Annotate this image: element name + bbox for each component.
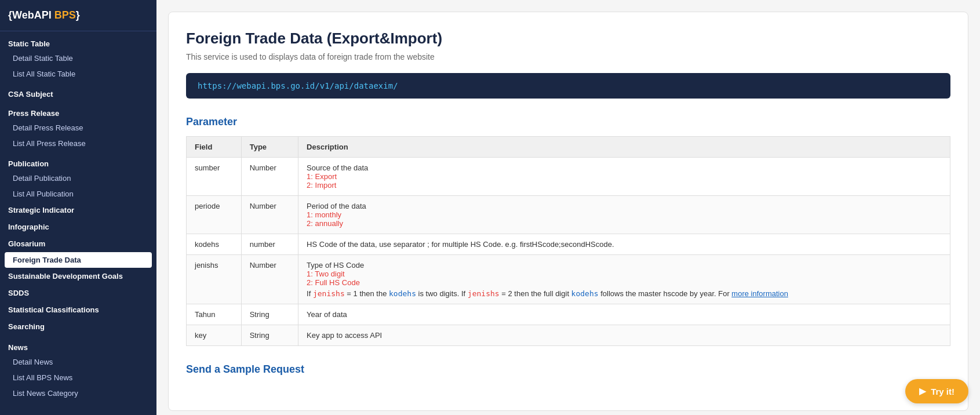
- sidebar-section-csa-subject: CSA Subject: [0, 84, 156, 101]
- try-it-label: Try it!: [931, 387, 955, 396]
- table-row: jenishs Number Type of HS Code 1: Two di…: [187, 255, 950, 304]
- api-url-text: https://webapi.bps.go.id/v1/api/dataexim…: [198, 81, 398, 90]
- sidebar-item-statistical-classifications[interactable]: Statistical Classifications: [0, 301, 156, 318]
- field-kodehs: kodehs: [187, 234, 242, 255]
- page-title: Foreign Trade Data (Export&Import): [186, 30, 950, 48]
- type-sumber: Number: [241, 158, 298, 196]
- sidebar-item-infographic[interactable]: Infographic: [0, 219, 156, 235]
- sidebar-item-detail-publication[interactable]: Detail Publication: [0, 170, 156, 186]
- parameter-table: Field Type Description sumber Number Sou…: [186, 136, 950, 346]
- table-row: sumber Number Source of the data 1: Expo…: [187, 158, 950, 196]
- sidebar-item-foreign-trade-data[interactable]: Foreign Trade Data: [5, 252, 152, 268]
- api-url-box[interactable]: https://webapi.bps.go.id/v1/api/dataexim…: [186, 73, 950, 99]
- sidebar-item-list-publication[interactable]: List All Publication: [0, 186, 156, 202]
- type-jenishs: Number: [241, 255, 298, 304]
- sidebar-logo[interactable]: {WebAPI BPS}: [0, 0, 156, 31]
- content-area: Foreign Trade Data (Export&Import) This …: [168, 12, 968, 411]
- table-row: kodehs number HS Code of the data, use s…: [187, 234, 950, 255]
- sidebar-item-sdds[interactable]: SDDS: [0, 285, 156, 301]
- sidebar-item-list-press-release[interactable]: List All Press Release: [0, 136, 156, 151]
- sidebar-item-detail-news[interactable]: Detail News: [0, 354, 156, 370]
- sidebar-item-detail-press-release[interactable]: Detail Press Release: [0, 120, 156, 136]
- parameter-section-title: Parameter: [186, 116, 950, 128]
- sidebar-item-sdg[interactable]: Sustainable Development Goals: [0, 268, 156, 285]
- type-kodehs: number: [241, 234, 298, 255]
- sidebar-nav: Static Table Detail Static Table List Al…: [0, 34, 156, 401]
- desc-tahun: Year of data: [298, 304, 950, 325]
- sidebar-item-searching[interactable]: Searching: [0, 318, 156, 335]
- brand-suffix: }: [76, 9, 80, 21]
- sidebar-item-list-news-category[interactable]: List News Category: [0, 385, 156, 401]
- sidebar-section-static-table: Static Table: [0, 34, 156, 50]
- main-content: Foreign Trade Data (Export&Import) This …: [156, 0, 980, 415]
- desc-jenishs: Type of HS Code 1: Two digit 2: Full HS …: [298, 255, 950, 304]
- sidebar-item-list-static-table[interactable]: List All Static Table: [0, 66, 156, 82]
- col-header-type: Type: [241, 137, 298, 158]
- type-tahun: String: [241, 304, 298, 325]
- desc-sumber: Source of the data 1: Export 2: Import: [298, 158, 950, 196]
- sidebar-item-list-bps-news[interactable]: List All BPS News: [0, 370, 156, 385]
- sidebar-section-publication: Publication: [0, 154, 156, 170]
- desc-periode: Period of the data 1: monthly 2: annuall…: [298, 196, 950, 234]
- send-sample-title: Send a Sample Request: [186, 363, 950, 376]
- sidebar-section-news: News: [0, 337, 156, 354]
- col-header-description: Description: [298, 137, 950, 158]
- desc-key: Key app to access API: [298, 325, 950, 346]
- try-it-icon: ▶: [919, 386, 926, 396]
- sidebar: {WebAPI BPS} Static Table Detail Static …: [0, 0, 156, 415]
- field-periode: periode: [187, 196, 242, 234]
- field-jenishs: jenishs: [187, 255, 242, 304]
- table-row: key String Key app to access API: [187, 325, 950, 346]
- more-information-link[interactable]: more information: [731, 289, 788, 298]
- try-it-button[interactable]: ▶ Try it!: [905, 379, 968, 403]
- sidebar-item-detail-static-table[interactable]: Detail Static Table: [0, 50, 156, 66]
- brand-prefix: {WebAPI: [8, 9, 54, 21]
- sidebar-item-strategic-indicator[interactable]: Strategic Indicator: [0, 202, 156, 219]
- sidebar-section-press-release: Press Release: [0, 103, 156, 120]
- sidebar-item-glosarium[interactable]: Glosarium: [0, 235, 156, 252]
- desc-kodehs: HS Code of the data, use separator ; for…: [298, 234, 950, 255]
- brand-highlight: BPS: [54, 9, 76, 21]
- page-subtitle: This service is used to displays data of…: [186, 52, 950, 61]
- field-sumber: sumber: [187, 158, 242, 196]
- table-row: periode Number Period of the data 1: mon…: [187, 196, 950, 234]
- col-header-field: Field: [187, 137, 242, 158]
- table-row: Tahun String Year of data: [187, 304, 950, 325]
- field-key: key: [187, 325, 242, 346]
- type-key: String: [241, 325, 298, 346]
- field-tahun: Tahun: [187, 304, 242, 325]
- type-periode: Number: [241, 196, 298, 234]
